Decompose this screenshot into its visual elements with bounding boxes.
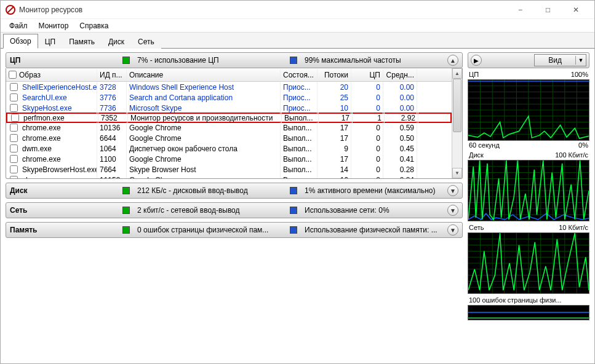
process-cpu: 0 (351, 164, 383, 175)
col-desc[interactable]: Описание (127, 69, 281, 81)
process-status: Выпол... (281, 122, 317, 133)
table-scrollbar[interactable]: ▲ ▼ (452, 68, 462, 178)
cpu-section-name: ЦП (10, 56, 118, 65)
right-collapse-button[interactable]: ▶ (471, 55, 482, 66)
process-desc: Google Chrome (127, 154, 281, 165)
chart-net-title: Сеть (469, 224, 484, 231)
table-row[interactable]: SkypeHost.exe7736Microsoft SkypeПриос...… (6, 103, 452, 113)
table-row[interactable]: chrome.exe10136Google ChromeВыпол...1700… (6, 122, 452, 133)
chart-mem-title: 100 ошибок страницы физи... (469, 296, 562, 304)
chevron-down-icon: ▼ (450, 227, 456, 234)
view-dropdown[interactable]: Вид ▼ (534, 54, 586, 66)
menu-monitor[interactable]: Монитор (34, 20, 74, 31)
process-cpu: 0 (351, 92, 383, 103)
process-name: chrome.exe (22, 176, 61, 179)
process-status: Приос... (281, 82, 317, 93)
net-expand-button[interactable]: ▼ (447, 205, 458, 216)
chart-cpu-footer-right: 0% (578, 141, 588, 149)
process-cpu: 0 (351, 82, 383, 93)
select-all-checkbox[interactable] (9, 71, 17, 79)
mem-section-header[interactable]: Память 0 ошибок страницы физической пам.… (6, 222, 463, 238)
chart-disk-title: Диск (469, 151, 484, 159)
disk-section-header[interactable]: Диск 212 КБ/с - дисковый ввод-вывод 1% а… (6, 183, 463, 199)
process-pid: 1064 (97, 143, 127, 154)
right-panel-header: ▶ Вид ▼ (468, 52, 589, 68)
process-avg: 0.00 (383, 82, 417, 93)
process-desc: Search and Cortana application (127, 92, 281, 103)
net-section-header[interactable]: Сеть 2 кбит/с - сетевой ввод-вывод Испол… (6, 202, 463, 218)
process-desc: Google Chrome (127, 133, 281, 144)
process-desc: Skype Browser Host (127, 164, 281, 175)
process-threads: 9 (317, 143, 351, 154)
row-checkbox[interactable] (10, 155, 18, 163)
table-row[interactable]: chrome.exe1100Google ChromeВыпол...1700.… (6, 154, 452, 164)
dropdown-arrow-icon: ▼ (576, 57, 586, 63)
tab-disk[interactable]: Диск (102, 34, 131, 49)
table-row[interactable]: ShellExperienceHost.exe3728Windows Shell… (6, 82, 452, 92)
process-pid: 7664 (97, 164, 127, 175)
cpu-section-header[interactable]: ЦП 7% - использование ЦП 99% максимально… (6, 52, 463, 68)
process-status: Выпол... (281, 133, 317, 144)
table-row[interactable]: dwm.exe1064Диспетчер окон рабочего стола… (6, 143, 452, 154)
col-cpu[interactable]: ЦП (351, 69, 383, 81)
row-checkbox[interactable] (10, 176, 18, 178)
titlebar: Монитор ресурсов − □ ✕ (1, 1, 594, 19)
table-row[interactable]: SkypeBrowserHost.exe7664Skype Browser Ho… (6, 164, 452, 175)
scroll-down-button[interactable]: ▼ (452, 168, 462, 178)
process-avg: 0.50 (383, 133, 417, 144)
row-checkbox[interactable] (10, 134, 18, 142)
process-desc: Google Chrome (127, 122, 281, 133)
scroll-up-button[interactable]: ▲ (452, 68, 462, 79)
col-avg[interactable]: Средн... (383, 69, 417, 81)
mem-expand-button[interactable]: ▼ (447, 224, 458, 235)
chevron-right-icon: ▶ (474, 57, 479, 64)
row-checkbox[interactable] (11, 114, 19, 122)
col-threads[interactable]: Потоки (317, 69, 351, 81)
left-panel: ЦП 7% - использование ЦП 99% максимально… (1, 49, 465, 363)
menu-help[interactable]: Справка (74, 20, 113, 31)
right-panel: ▶ Вид ▼ ЦП 100% (465, 49, 594, 363)
table-row[interactable]: chrome.exe11153Google ChromeВыпол...1600… (6, 175, 452, 178)
col-image[interactable]: Образ (19, 71, 41, 79)
cpu-indicator-green (122, 57, 130, 64)
net-indicator-blue (290, 207, 297, 214)
row-checkbox[interactable] (10, 83, 18, 91)
process-name: dwm.exe (22, 144, 52, 153)
table-row[interactable]: SearchUI.exe3776Search and Cortana appli… (6, 92, 452, 103)
disk-expand-button[interactable]: ▼ (447, 185, 458, 196)
process-cpu: 0 (351, 154, 383, 165)
tab-cpu[interactable]: ЦП (38, 34, 63, 49)
process-pid: 3776 (97, 92, 127, 103)
menu-file[interactable]: Файл (4, 20, 33, 31)
chart-net (468, 232, 589, 294)
cpu-indicator-blue (290, 57, 297, 64)
process-desc: Google Chrome (127, 175, 281, 179)
row-checkbox[interactable] (10, 93, 18, 101)
chart-cpu (468, 79, 589, 141)
row-checkbox[interactable] (10, 144, 18, 152)
table-row[interactable]: chrome.exe6644Google ChromeВыпол...1700.… (6, 133, 452, 143)
process-pid: 1100 (97, 154, 127, 165)
minimize-button[interactable]: − (506, 1, 534, 18)
col-pid[interactable]: ИД п... (97, 69, 127, 81)
mem-indicator-green (122, 226, 130, 234)
tab-overview[interactable]: Обзор (3, 34, 38, 49)
process-status: Выпол... (281, 175, 317, 179)
scroll-thumb[interactable] (453, 79, 461, 132)
process-name: chrome.exe (22, 155, 61, 164)
process-avg: 0.45 (383, 143, 417, 154)
row-checkbox[interactable] (10, 104, 18, 112)
process-name: SkypeHost.exe (22, 104, 72, 113)
tab-network[interactable]: Сеть (131, 34, 161, 49)
chart-cpu-footer-left: 60 секунд (469, 141, 500, 149)
col-status[interactable]: Состоя... (281, 69, 317, 81)
tab-memory[interactable]: Память (62, 34, 102, 49)
process-name: ShellExperienceHost.exe (22, 83, 97, 92)
chart-cpu-max: 100% (571, 71, 588, 78)
row-checkbox[interactable] (10, 124, 18, 132)
close-button[interactable]: ✕ (562, 1, 589, 18)
maximize-button[interactable]: □ (534, 1, 562, 18)
table-row[interactable]: perfmon.exe7352Монитор ресурсов и произв… (6, 113, 452, 123)
row-checkbox[interactable] (10, 165, 18, 173)
cpu-collapse-button[interactable]: ▲ (447, 55, 458, 66)
